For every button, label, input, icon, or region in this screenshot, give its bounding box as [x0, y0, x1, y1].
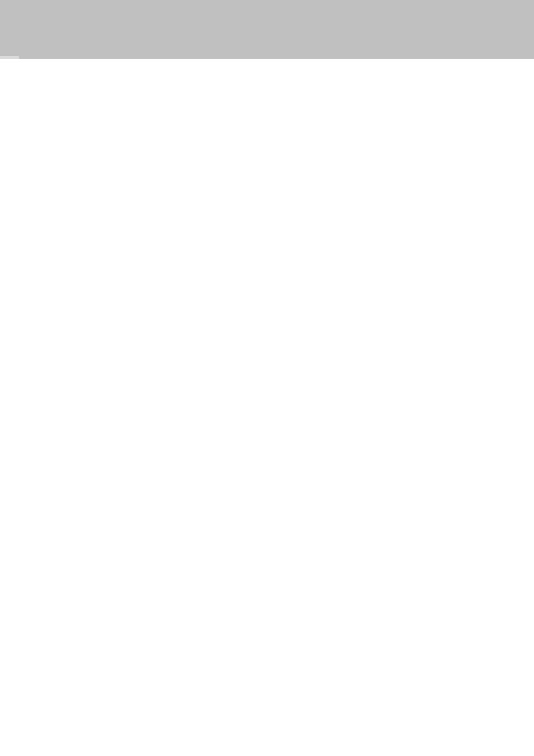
- header-gray-band: [0, 0, 534, 59]
- page-number: 18: [0, 56, 19, 59]
- manual-page: 18 Playing tracks in a desired order (Pr…: [0, 0, 534, 59]
